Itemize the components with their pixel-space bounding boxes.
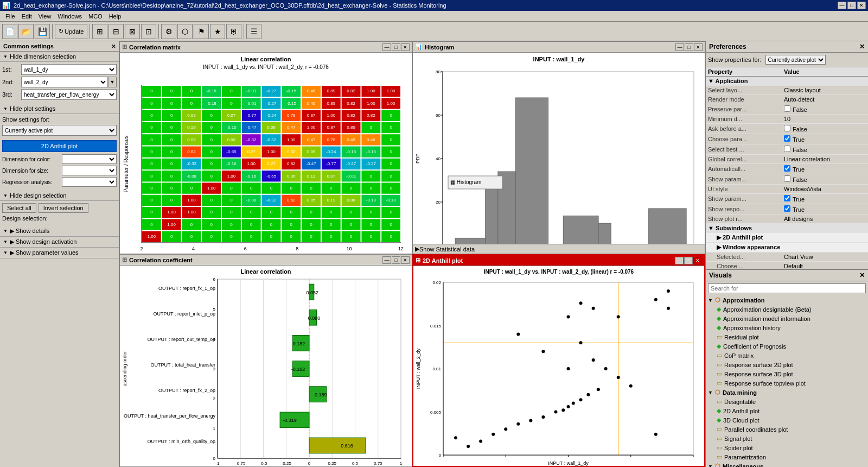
minimize-button[interactable]: — [838,2,846,9]
grid2-button[interactable]: ⊟ [108,24,124,39]
prop-checkbox[interactable] [784,205,790,212]
anthill-panel: ⊞ 2D Anthill plot — □ ✕ [412,254,705,467]
anthill-plot-button[interactable]: 2D Anthill plot [2,140,117,152]
anthill-title-text: 2D Anthill plot [423,257,463,264]
tree-item-response-surface-topview-plot[interactable]: ▭ Response surface topview plot [706,378,868,388]
corr-coeff-canvas [120,266,412,466]
tree-section-miscellaneous[interactable]: ▼⬡ Miscellaneous [706,462,868,467]
extra-button[interactable]: ☰ [246,24,261,39]
tree-item-residual-plot[interactable]: ▭ Residual plot [706,332,868,342]
tree-item-response-surface-2d-plot[interactable]: ▭ Response surface 2D plot [706,360,868,369]
preferences-section: Preferences ✕ Show properties for: Curre… [706,41,868,269]
tree-item-approximation-designtable-(beta)[interactable]: ◆ Approximation designtable (Beta) [706,305,868,314]
open-button[interactable]: 📂 [18,24,34,39]
center-area: ⊞ Correlation matrix — □ ✕ 📊 Histogram [119,41,705,467]
save-button[interactable]: 💾 [35,24,50,39]
menu-help[interactable]: Help [106,13,125,20]
tree-item-signal-plot[interactable]: ▭ Signal plot [706,434,868,443]
corr-matrix-close[interactable]: ✕ [401,43,410,51]
show-design-section[interactable]: ▶ Show design activation [0,237,119,248]
shield-button[interactable]: ⛨ [226,24,241,39]
toolbar-separator-1 [52,24,53,39]
tree-item-3d-cloud-plot[interactable]: ◆ 3D Cloud plot [706,415,868,425]
select-all-button[interactable]: Select all [2,203,36,213]
regression-select[interactable] [62,177,117,187]
maximize-button[interactable]: □ [847,2,856,9]
tree-item-approximation-history[interactable]: ◆ Approximation history [706,323,868,332]
menu-file[interactable]: File [2,13,18,20]
design-buttons-row: Select all Invert selection [2,203,117,213]
prop-checkbox[interactable] [784,135,790,142]
dim-size-label: Dimension for size: [2,168,62,174]
tree-item-spider-plot[interactable]: ▭ Spider plot [706,443,868,452]
corr-coeff-title: ⊞ Correlation coefficient [122,256,193,263]
tree-item-parallel-coordinates-plot[interactable]: ▭ Parallel coordinates plot [706,425,868,434]
common-settings-close[interactable]: ✕ [111,43,116,49]
show-param-section[interactable]: ▶ Show parameter values [0,248,119,258]
new-button[interactable]: 📄 [2,24,17,39]
invert-button[interactable]: Invert selection [39,203,88,213]
prop-checkbox[interactable] [784,146,790,152]
dim3-label: 3rd: [2,91,21,98]
grid1-button[interactable]: ⊞ [92,24,107,39]
prop-checkbox[interactable] [784,125,790,131]
tree-item-2d-anthill-plot[interactable]: ◆ 2D Anthill plot [706,406,868,415]
corr-matrix-max[interactable]: □ [392,43,400,51]
dim2-select[interactable]: wall_2_dy [21,77,108,87]
flag-button[interactable]: ⚑ [194,24,209,39]
tree-item-designtable[interactable]: ▭ Designtable [706,397,868,406]
coeff-min[interactable]: — [382,256,391,264]
prop-checkbox[interactable] [784,195,790,201]
menu-view[interactable]: View [35,13,55,20]
menu-windows[interactable]: Windows [54,13,85,20]
corr-coeff-buttons: — □ ✕ [382,256,410,264]
tree-section-approximation[interactable]: ▼⬡ Approximation [706,295,868,305]
preferences-close[interactable]: ✕ [859,43,865,51]
coeff-close[interactable]: ✕ [401,256,410,264]
hist-close[interactable]: ✕ [694,43,703,51]
show-details-section[interactable]: ▶ Show details [0,226,119,237]
hist-max[interactable]: □ [685,43,693,51]
show-for-select[interactable]: Currently active plot [765,55,826,65]
dim1-row: 1st: wall_1_dy [2,64,117,75]
menu-edit[interactable]: Edit [18,13,35,20]
dim2-arrow[interactable]: ▼ [108,77,117,87]
histogram-footer[interactable]: ▶ Show Statistical data [413,244,705,254]
grid4-button[interactable]: ⊡ [141,24,156,39]
anthill-buttons: — □ ✕ [675,257,702,264]
update-button[interactable]: ↻ Update [55,24,87,39]
dim-size-select[interactable] [62,166,117,175]
dim-color-select[interactable] [62,154,117,164]
grid3-button[interactable]: ⊠ [125,24,140,39]
tree-section-data-mining[interactable]: ▼⬡ Data mining [706,388,868,397]
corr-matrix-min[interactable]: — [382,43,391,51]
anthill-max[interactable]: □ [684,257,693,264]
settings-button[interactable]: ⚙ [161,24,176,39]
dim3-select[interactable]: heat_transfer_per_flow_energy [21,89,117,100]
menu-mco[interactable]: MCO [85,13,106,20]
anthill-close[interactable]: ✕ [693,257,702,264]
coeff-max[interactable]: □ [392,256,400,264]
anthill-min[interactable]: — [675,257,684,264]
hide-design-section[interactable]: Hide design selection [0,191,119,201]
visuals-search[interactable] [708,283,866,293]
star-button[interactable]: ★ [210,24,225,39]
tree-item-approximation-model-information[interactable]: ◆ Approximation model information [706,314,868,323]
visuals-close[interactable]: ✕ [859,272,865,279]
dim1-select[interactable]: wall_1_dy [21,64,117,75]
tree-item-response-surface-3d-plot[interactable]: ▭ Response surface 3D plot [706,369,868,378]
filter-button[interactable]: ⬡ [177,24,193,39]
tree-item-parametrization[interactable]: ▭ Parametrization [706,452,868,462]
prop-checkbox[interactable] [784,105,790,112]
dim-color-row: Dimension for color: [2,154,117,164]
hist-min[interactable]: — [675,43,684,51]
corr-matrix-titlebar: ⊞ Correlation matrix — □ ✕ [120,42,412,53]
tree-item-cop-matrix[interactable]: ▭ CoP matrix [706,351,868,360]
close-button[interactable]: ✕ [857,2,866,9]
show-settings-select[interactable]: Currently active plot [2,125,117,136]
hide-dimension-section[interactable]: Hide dimension selection [0,52,119,62]
hide-plot-section[interactable]: Hide plot settings [0,104,119,114]
prop-checkbox[interactable] [784,165,790,172]
prop-checkbox[interactable] [784,175,790,182]
tree-item-coefficient-of-prognosis[interactable]: ◆ Coefficient of Prognosis [706,342,868,351]
